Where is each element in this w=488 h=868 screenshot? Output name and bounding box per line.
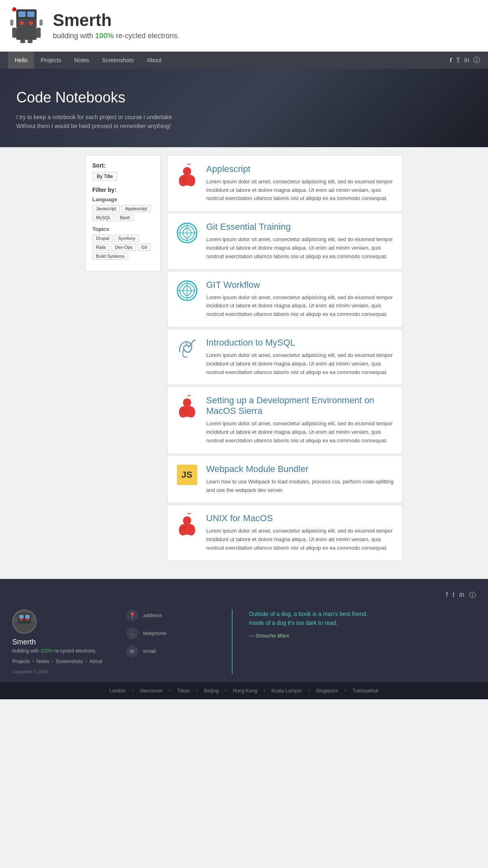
site-nav: Hello Projects Notes Screenshots About 𝐟… [0, 52, 488, 69]
footer-link-projects[interactable]: Projects [12, 659, 30, 664]
svg-rect-3 [16, 19, 37, 28]
site-title-block: Smerth building with 100% re-cycled elec… [53, 11, 179, 40]
site-header: Smerth building with 100% re-cycled elec… [0, 0, 488, 52]
notebook-content: Webpack Module Bundler Learn how to use … [206, 464, 394, 495]
js-icon: JS [176, 464, 198, 486]
nav-link-screenshots[interactable]: Screenshots [96, 52, 140, 69]
notebook-content: Git Essential Training Lorem ipsum dolor… [206, 222, 394, 261]
footer-link-notes[interactable]: Notes [37, 659, 49, 664]
footer-twitter-icon[interactable]: t [453, 591, 454, 600]
site-logo [8, 7, 45, 44]
footer-facebook-icon[interactable]: f [446, 591, 448, 600]
mysql-icon [176, 337, 198, 360]
svg-point-15 [182, 177, 185, 182]
tag-bash[interactable]: Bash [116, 214, 134, 221]
notebook-desc: Lorem ipsum dolor sit amet, consectetur … [206, 420, 394, 445]
notebook-content: Applescript Lorem ipsum dolor sit amet, … [206, 164, 394, 203]
footer-quote: Outside of a dog, a book is a man's best… [249, 609, 476, 674]
hero-title: Code Notebooks [16, 89, 472, 106]
email-icon: ✉ [126, 645, 138, 657]
notebook-desc: Learn how to use Webpack to load modules… [206, 478, 394, 495]
svg-rect-8 [16, 28, 37, 40]
notebook-item[interactable]: Setting up a Development Environment on … [167, 387, 403, 453]
footer-link-about[interactable]: About [89, 659, 102, 664]
tag-applescript[interactable]: Applescript [122, 205, 151, 212]
footer-avatar [12, 609, 37, 634]
footer-github-icon[interactable]: ⓘ [469, 591, 476, 600]
tag-drupal[interactable]: Drupal [92, 235, 113, 242]
notebook-item[interactable]: Applescript Lorem ipsum dolor sit amet, … [167, 155, 403, 211]
nav-linkedin-icon[interactable]: in [464, 57, 469, 64]
apple-icon [176, 164, 198, 186]
svg-rect-30 [25, 615, 30, 618]
svg-rect-9 [20, 40, 25, 43]
tag-devops[interactable]: Dev-Ops [111, 244, 136, 251]
svg-rect-29 [19, 615, 24, 618]
tag-mysql[interactable]: MySQL [92, 214, 115, 221]
tag-javascript[interactable]: Javascript [92, 205, 120, 212]
apple-icon [176, 513, 198, 535]
svg-point-32 [20, 618, 23, 620]
svg-point-33 [26, 618, 29, 620]
svg-rect-12 [39, 20, 43, 26]
sort-label: Sort: [92, 162, 154, 169]
city-tuktoyaktuk: Tuktoyaktuk [353, 688, 379, 694]
quote-author: — Groucho Marx [249, 633, 476, 639]
nav-link-projects[interactable]: Projects [34, 52, 68, 69]
notebook-title: Webpack Module Bundler [206, 464, 394, 474]
nav-link-notes[interactable]: Notes [68, 52, 96, 69]
git-icon [176, 280, 198, 302]
tag-build-systems[interactable]: Build Systems [92, 252, 128, 260]
footer-social-row: f t in ⓘ [12, 591, 476, 600]
notebook-item[interactable]: Git Essential Training Lorem ipsum dolor… [167, 213, 403, 269]
contact-address: 📍 address [126, 609, 216, 622]
nav-link-about[interactable]: About [140, 52, 168, 69]
notebook-list: Applescript Lorem ipsum dolor sit amet, … [167, 155, 403, 563]
footer-link-screenshots[interactable]: Screenshots [56, 659, 83, 664]
footer-copyright: Copywrite © 2016 [12, 669, 102, 674]
city-singapore: Singapore [316, 688, 338, 694]
svg-rect-6 [12, 28, 16, 38]
git-icon [176, 222, 198, 244]
footer-linkedin-icon[interactable]: in [460, 591, 464, 600]
filter-label: Filter by: [92, 187, 154, 193]
notebook-title: Git Essential Training [206, 222, 394, 232]
footer-brand: Smerth building with 100% re-cycled elec… [12, 609, 102, 674]
svg-rect-7 [37, 28, 41, 38]
nav-github-icon[interactable]: ⓘ [473, 56, 480, 65]
city-tokyo: Tokyo [177, 688, 190, 694]
notebook-item[interactable]: UNIX for MacOS Lorem ipsum dolor sit ame… [167, 505, 403, 561]
notebook-content: GIT Workflow Lorem ipsum dolor sit amet,… [206, 280, 394, 319]
svg-point-4 [20, 21, 24, 25]
js-badge: JS [177, 465, 197, 485]
hero-section: Code Notebooks I try to keep a notebook … [0, 69, 488, 147]
footer-divider [232, 609, 233, 674]
footer-main: Smerth building with 100% re-cycled elec… [12, 609, 476, 674]
tag-git[interactable]: Git [138, 244, 151, 251]
sidebar: Sort: By Title Filter by: Language Javas… [85, 155, 161, 272]
tag-symfony[interactable]: Symfony [114, 235, 139, 242]
svg-point-25 [182, 408, 185, 413]
svg-point-13 [12, 7, 16, 11]
sort-button[interactable]: By Title [92, 172, 117, 181]
notebook-content: Setting up a Development Environment on … [206, 395, 394, 445]
svg-rect-34 [15, 618, 17, 622]
svg-rect-35 [32, 618, 34, 622]
notebook-content: UNIX for MacOS Lorem ipsum dolor sit ame… [206, 513, 394, 552]
topics-tags: Drupal Symfony Rails Dev-Ops Git Build S… [92, 235, 154, 260]
city-london: London [109, 688, 126, 694]
notebook-item[interactable]: JS Webpack Module Bundler Learn how to u… [167, 455, 403, 503]
tag-rails[interactable]: Rails [92, 244, 109, 251]
hero-description: I try to keep a notebook for each projec… [16, 113, 472, 131]
notebook-item[interactable]: GIT Workflow Lorem ipsum dolor sit amet,… [167, 271, 403, 327]
notebook-desc: Lorem ipsum dolor sit amet, consectetur … [206, 351, 394, 376]
apple-icon [176, 395, 198, 418]
notebook-desc: Lorem ipsum dolor sit amet, consectetur … [206, 294, 394, 319]
notebook-item[interactable]: Introduction to MySQL Lorem ipsum dolor … [167, 329, 403, 385]
notebook-title: GIT Workflow [206, 280, 394, 290]
language-filter: Language Javascript Applescript MySQL Ba… [92, 196, 154, 221]
nav-facebook-icon[interactable]: 𝐟 [450, 57, 452, 64]
nav-link-hello[interactable]: Hello [8, 52, 34, 69]
nav-twitter-icon[interactable]: 𝕋 [456, 57, 460, 64]
site-title: Smerth [53, 11, 179, 30]
